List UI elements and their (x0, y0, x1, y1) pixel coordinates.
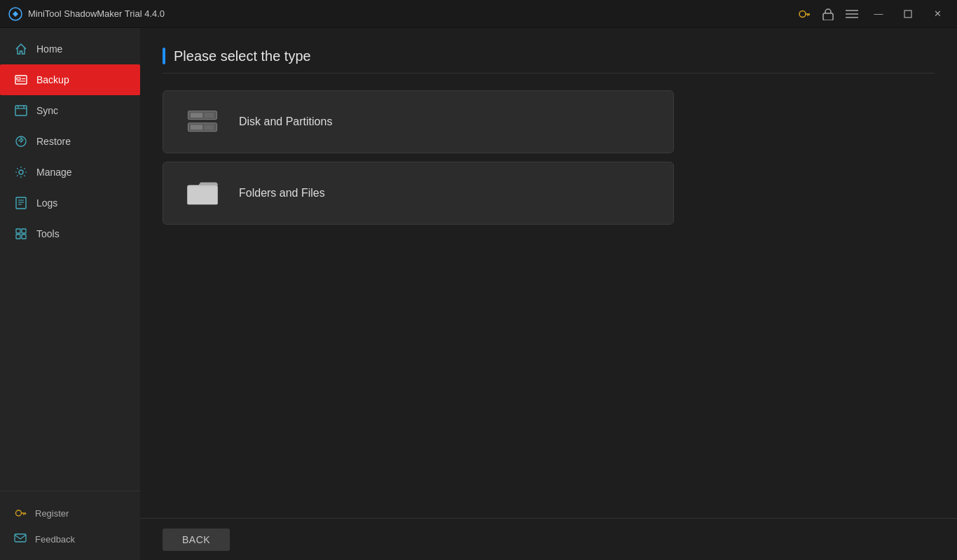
svg-rect-9 (904, 10, 911, 18)
sidebar-item-manage-label: Manage (36, 167, 72, 178)
lock-icon[interactable] (820, 6, 836, 22)
svg-point-1 (799, 10, 806, 17)
titlebar: MiniTool ShadowMaker Trial 4.4.0 — (0, 0, 957, 28)
disk-icon (183, 102, 222, 141)
sidebar-item-logs[interactable]: Logs (0, 188, 140, 218)
svg-rect-35 (205, 113, 214, 118)
key-icon[interactable] (796, 6, 813, 22)
sidebar-item-home-label: Home (36, 43, 62, 55)
svg-rect-38 (205, 125, 214, 130)
titlebar-actions: — ✕ (796, 4, 949, 24)
svg-rect-27 (22, 234, 26, 239)
tools-icon (14, 227, 28, 241)
sidebar-item-sync[interactable]: Sync (0, 95, 140, 126)
sidebar-item-manage[interactable]: Manage (0, 157, 140, 188)
app-logo (8, 7, 22, 21)
app-body: Home Backup (0, 28, 957, 560)
register-key-icon (14, 507, 27, 519)
svg-rect-32 (15, 534, 26, 542)
feedback-icon (14, 533, 27, 545)
folders-files-label: Folders and Files (239, 187, 325, 200)
sidebar-nav: Home Backup (0, 34, 140, 491)
svg-rect-11 (17, 78, 20, 80)
main-content: Please select the type Disk an (140, 28, 957, 560)
folders-files-card[interactable]: Folders and Files (163, 162, 674, 225)
disk-partitions-card[interactable]: Disk and Partitions (163, 90, 674, 153)
page-title: Please select the type (174, 48, 311, 64)
svg-rect-37 (191, 125, 202, 130)
sidebar-item-home[interactable]: Home (0, 34, 140, 64)
close-button[interactable]: ✕ (926, 4, 949, 24)
manage-icon (14, 165, 28, 179)
svg-point-28 (16, 510, 22, 516)
disk-partitions-label: Disk and Partitions (239, 115, 332, 128)
app-title: MiniTool ShadowMaker Trial 4.4.0 (28, 8, 796, 19)
restore-button[interactable] (897, 4, 919, 24)
header-accent-bar (163, 48, 165, 64)
sidebar-item-backup[interactable]: Backup (0, 64, 140, 95)
svg-rect-14 (15, 106, 27, 115)
sidebar-item-restore-label: Restore (36, 136, 71, 147)
svg-rect-26 (16, 234, 20, 239)
svg-point-19 (19, 170, 23, 174)
feedback-button[interactable]: Feedback (0, 526, 140, 552)
sidebar-item-backup-label: Backup (36, 74, 69, 85)
svg-rect-20 (16, 197, 26, 209)
sidebar-item-tools[interactable]: Tools (0, 218, 140, 249)
feedback-label: Feedback (35, 534, 75, 545)
minimize-button[interactable]: — (867, 4, 890, 24)
sync-icon (14, 104, 28, 118)
restore-icon (14, 134, 28, 148)
sidebar: Home Backup (0, 28, 140, 560)
register-label: Register (35, 508, 69, 519)
sidebar-bottom: Register Feedback (0, 491, 140, 560)
svg-rect-34 (191, 113, 202, 118)
sidebar-item-sync-label: Sync (36, 105, 58, 116)
bottom-bar: BACK (140, 518, 957, 560)
sidebar-item-logs-label: Logs (36, 197, 57, 209)
logs-icon (14, 196, 28, 210)
sidebar-item-restore[interactable]: Restore (0, 126, 140, 157)
folder-icon (183, 174, 222, 213)
svg-rect-24 (16, 229, 20, 233)
menu-icon[interactable] (844, 6, 860, 22)
selection-cards: Disk and Partitions Folders and Files (163, 90, 935, 225)
svg-rect-5 (823, 13, 833, 20)
register-button[interactable]: Register (0, 500, 140, 526)
sidebar-item-tools-label: Tools (36, 228, 60, 239)
home-icon (14, 42, 28, 56)
page-header: Please select the type (163, 48, 935, 74)
svg-rect-39 (187, 186, 218, 204)
backup-icon (14, 73, 28, 87)
svg-rect-25 (22, 229, 26, 233)
back-button[interactable]: BACK (163, 528, 230, 551)
